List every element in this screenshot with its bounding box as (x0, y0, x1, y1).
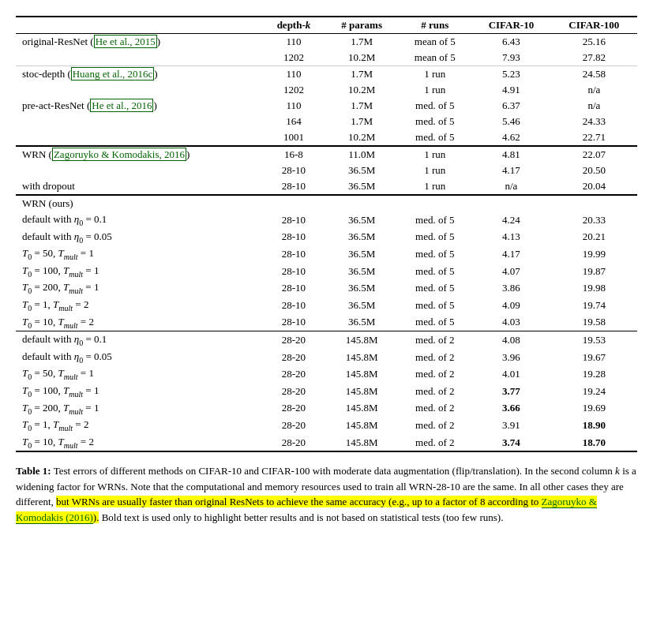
runs-val: med. of 2 (398, 417, 471, 434)
cifar100-val: 25.16 (551, 34, 637, 51)
params-val: 1.7M (325, 34, 398, 51)
depth-val: 110 (262, 66, 325, 83)
table-row: default with η0 = 0.1 28-20 145.8M med. … (16, 331, 637, 349)
cifar100-val: 27.82 (551, 50, 637, 66)
col-header-depth: depth-k (262, 17, 325, 34)
table-row: T0 = 100, Tmult = 1 28-10 36.5M med. of … (16, 263, 637, 280)
params-val: 145.8M (325, 331, 398, 349)
params-val: 36.5M (325, 212, 398, 229)
ref-link[interactable]: Huang et al., 2016c (71, 67, 154, 80)
runs-val: med. of 5 (398, 114, 471, 129)
params-val: 10.2M (325, 129, 398, 146)
cifar10-val: 3.77 (471, 383, 550, 400)
table-row: T0 = 10, Tmult = 2 28-20 145.8M med. of … (16, 434, 637, 452)
params-val: 1.7M (325, 114, 398, 129)
cifar10-val: 4.09 (471, 297, 550, 314)
params-val: 1.7M (325, 66, 398, 83)
method-name: WRN (Zagoruyko & Komodakis, 2016) (16, 146, 262, 163)
method-name: default with η0 = 0.1 (16, 331, 262, 349)
cifar100-val: 19.24 (551, 383, 637, 400)
table-row: default with η0 = 0.05 28-20 145.8M med.… (16, 349, 637, 366)
cifar100-val: 24.33 (551, 114, 637, 129)
runs-val: 1 run (398, 66, 471, 83)
params-val: 36.5M (325, 229, 398, 246)
cifar100-val: 22.07 (551, 146, 637, 163)
col-header-cifar100: CIFAR-100 (551, 17, 637, 34)
caption-text3: Bold text is used only to highlight bett… (99, 511, 503, 523)
params-val: 1.7M (325, 98, 398, 114)
ref-link[interactable]: He et al., 2016 (90, 99, 153, 112)
runs-val: med. of 5 (398, 279, 471, 297)
depth-val: 28-20 (262, 417, 325, 434)
table-row: 1202 10.2M 1 run 4.91 n/a (16, 82, 637, 98)
cifar100-val: 24.58 (551, 66, 637, 83)
params-val: 145.8M (325, 434, 398, 452)
cifar10-val: 6.43 (471, 34, 550, 51)
cifar100-val: 19.87 (551, 263, 637, 280)
runs-val: med. of 2 (398, 383, 471, 400)
table-header-row: depth-k # params # runs CIFAR-10 CIFAR-1… (16, 17, 637, 34)
depth-val: 28-10 (262, 314, 325, 331)
cifar100-val: 22.71 (551, 129, 637, 146)
table-row: WRN (ours) (16, 195, 637, 212)
cifar100-val: 19.28 (551, 365, 637, 383)
method-name: default with η0 = 0.1 (16, 212, 262, 229)
runs-val: med. of 5 (398, 297, 471, 314)
method-name: with dropout (16, 178, 262, 195)
depth-val: 28-20 (262, 434, 325, 452)
cifar10-val: 3.66 (471, 400, 550, 417)
runs-val: mean of 5 (398, 50, 471, 66)
depth-val: 28-20 (262, 400, 325, 417)
cifar10-val: 4.91 (471, 82, 550, 98)
runs-val: med. of 5 (398, 98, 471, 114)
main-container: depth-k # params # runs CIFAR-10 CIFAR-1… (16, 16, 637, 525)
cifar10-val: 3.86 (471, 279, 550, 297)
runs-val: 1 run (398, 163, 471, 178)
results-table: depth-k # params # runs CIFAR-10 CIFAR-1… (16, 16, 637, 452)
cifar100-val: 19.98 (551, 279, 637, 297)
table-row: 28-10 36.5M 1 run 4.17 20.50 (16, 163, 637, 178)
method-name: T0 = 100, Tmult = 1 (16, 263, 262, 280)
cifar10-val: 5.23 (471, 66, 550, 83)
table-row: original-ResNet (He et al., 2015) 110 1.… (16, 34, 637, 51)
table-row: T0 = 200, Tmult = 1 28-20 145.8M med. of… (16, 400, 637, 417)
depth-val: 28-10 (262, 229, 325, 246)
method-name: T0 = 10, Tmult = 2 (16, 314, 262, 331)
cifar10-val: 4.24 (471, 212, 550, 229)
params-val: 145.8M (325, 400, 398, 417)
cifar10-val: 4.03 (471, 314, 550, 331)
params-val: 36.5M (325, 297, 398, 314)
runs-val: med. of 2 (398, 349, 471, 366)
depth-val: 164 (262, 114, 325, 129)
method-name (16, 114, 262, 129)
cifar100-val: 20.04 (551, 178, 637, 195)
params-val: 36.5M (325, 263, 398, 280)
cifar10-val: 7.93 (471, 50, 550, 66)
method-name (16, 129, 262, 146)
ref-link[interactable]: He et al., 2015 (94, 35, 157, 48)
cifar10-val: 3.91 (471, 417, 550, 434)
runs-val: med. of 2 (398, 331, 471, 349)
depth-val: 110 (262, 98, 325, 114)
depth-val: 28-10 (262, 245, 325, 263)
table-caption: Table 1: Test errors of different method… (16, 463, 637, 525)
method-name: T0 = 10, Tmult = 2 (16, 434, 262, 452)
table-row: T0 = 50, Tmult = 1 28-20 145.8M med. of … (16, 365, 637, 383)
ref-link[interactable]: Zagoruyko & Komodakis, 2016 (52, 148, 186, 161)
params-val: 145.8M (325, 365, 398, 383)
params-val: 36.5M (325, 279, 398, 297)
table-row: with dropout 28-10 36.5M 1 run n/a 20.04 (16, 178, 637, 195)
cifar10-val: 5.46 (471, 114, 550, 129)
table-row: WRN (Zagoruyko & Komodakis, 2016) 16-8 1… (16, 146, 637, 163)
depth-val: 28-20 (262, 383, 325, 400)
col-header-cifar10: CIFAR-10 (471, 17, 550, 34)
cifar100-val: 19.53 (551, 331, 637, 349)
params-val: 36.5M (325, 245, 398, 263)
depth-val: 28-10 (262, 263, 325, 280)
method-name: T0 = 1, Tmult = 2 (16, 297, 262, 314)
cifar10-val: 4.01 (471, 365, 550, 383)
method-name: T0 = 1, Tmult = 2 (16, 417, 262, 434)
method-name (16, 82, 262, 98)
method-name: default with η0 = 0.05 (16, 349, 262, 366)
depth-val: 16-8 (262, 146, 325, 163)
